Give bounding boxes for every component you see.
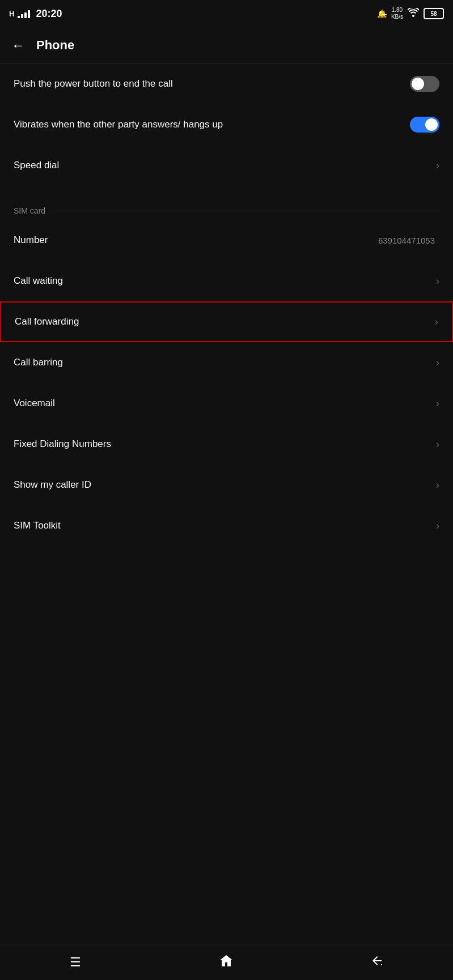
status-left: H 20:20 (9, 8, 62, 20)
status-time: 20:20 (36, 8, 62, 20)
sim-card-divider (52, 211, 439, 211)
sim-toolkit-label: SIM Toolkit (14, 519, 436, 532)
sim-card-section-header: SIM card (0, 197, 453, 220)
number-label: Number (14, 233, 378, 247)
speed-dial-label: Speed dial (14, 159, 436, 172)
voicemail-item[interactable]: Voicemail › (0, 383, 453, 424)
network-speed: 1.80 KB/s (391, 7, 403, 20)
nav-bar: ☰ (0, 944, 453, 980)
call-barring-label: Call barring (14, 356, 436, 369)
call-barring-chevron-icon: › (436, 357, 439, 369)
back-arrow-icon: ← (11, 37, 25, 53)
vibrates-answer-label: Vibrates when the other party answers/ h… (14, 118, 410, 131)
voicemail-label: Voicemail (14, 397, 436, 410)
voicemail-chevron-icon: › (436, 398, 439, 410)
push-power-button-item[interactable]: Push the power button to end the call (0, 63, 453, 104)
nav-home-button[interactable] (204, 949, 249, 976)
sim-card-section-label: SIM card (14, 206, 45, 215)
call-barring-item[interactable]: Call barring › (0, 342, 453, 383)
status-right: 🔔̶ 1.80 KB/s 58 (377, 7, 444, 20)
mute-icon: 🔔̶ (377, 9, 387, 18)
call-waiting-chevron-icon: › (436, 275, 439, 287)
fixed-dialing-label: Fixed Dialing Numbers (14, 437, 436, 451)
number-item[interactable]: Number 639104471053 (0, 220, 453, 261)
back-button[interactable]: ← (9, 35, 27, 56)
nav-menu-button[interactable]: ☰ (53, 949, 98, 976)
toggle-knob-2 (425, 118, 438, 131)
chevron-icon: › (436, 160, 439, 172)
fixed-dialing-item[interactable]: Fixed Dialing Numbers › (0, 424, 453, 465)
nav-home-icon (219, 954, 234, 971)
vibrates-answer-toggle[interactable] (410, 117, 439, 133)
settings-list: Push the power button to end the call Vi… (0, 63, 453, 546)
wifi-icon (408, 8, 419, 19)
show-caller-id-item[interactable]: Show my caller ID › (0, 465, 453, 505)
call-forwarding-item[interactable]: Call forwarding › (0, 301, 453, 342)
speed-dial-item[interactable]: Speed dial › (0, 145, 453, 186)
nav-back-icon (370, 954, 385, 971)
sim-toolkit-chevron-icon: › (436, 520, 439, 532)
call-waiting-item[interactable]: Call waiting › (0, 261, 453, 301)
sim-toolkit-item[interactable]: SIM Toolkit › (0, 505, 453, 546)
fixed-dialing-chevron-icon: › (436, 438, 439, 450)
bottom-spacer (0, 546, 453, 591)
toggle-knob (412, 78, 424, 90)
vibrates-answer-item[interactable]: Vibrates when the other party answers/ h… (0, 104, 453, 145)
show-caller-id-label: Show my caller ID (14, 478, 436, 492)
nav-back-button[interactable] (355, 949, 400, 976)
push-power-button-label: Push the power button to end the call (14, 77, 410, 91)
page-title: Phone (36, 38, 74, 53)
nav-menu-icon: ☰ (70, 955, 81, 970)
show-caller-id-chevron-icon: › (436, 479, 439, 491)
call-forwarding-label: Call forwarding (15, 315, 435, 329)
header: ← Phone (0, 27, 453, 63)
group-spacer-1 (0, 186, 453, 197)
status-bar: H 20:20 🔔̶ 1.80 KB/s 58 (0, 0, 453, 27)
battery-indicator: 58 (424, 8, 444, 19)
call-forwarding-chevron-icon: › (435, 316, 438, 328)
network-type-indicator: H (9, 10, 14, 18)
number-value: 639104471053 (378, 236, 435, 245)
call-waiting-label: Call waiting (14, 274, 436, 288)
push-power-button-toggle[interactable] (410, 76, 439, 92)
signal-strength-icon (18, 9, 30, 18)
